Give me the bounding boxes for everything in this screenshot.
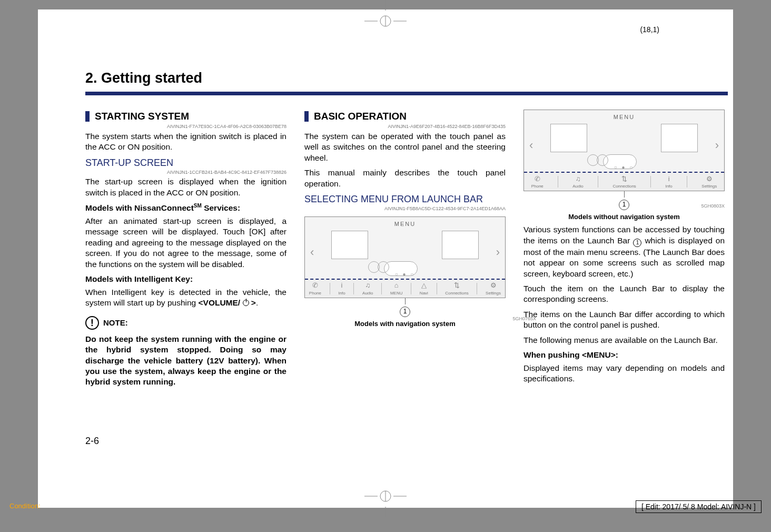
launch-bar-item: ✆Phone	[309, 281, 321, 296]
svg-point-3	[380, 16, 391, 26]
chapter-heading: 2. Getting started	[85, 70, 202, 86]
figure-code: 5GH0803X	[701, 203, 725, 210]
callout-number: 1	[619, 200, 629, 210]
figure-menu-label: MENU	[614, 113, 635, 121]
column-3: MENU ‹ › ○ ● ○ ✆Phone♫Audio⇅Connectionsi…	[523, 110, 725, 389]
column-2: BASIC OPERATION AIVINJN1-A9E6F207-4B16-4…	[304, 110, 506, 389]
power-icon	[243, 300, 249, 306]
section-title: STARTING SYSTEM	[95, 110, 189, 123]
note-label: NOTE:	[103, 318, 128, 328]
figure-nav-menu: MENU ‹ › ○ ● ○ ✆PhoneiInfo♫Audio⌂MENU△Na…	[304, 216, 506, 298]
chapter-rule	[85, 92, 728, 95]
bold-heading: When pushing <MENU>:	[523, 350, 725, 360]
paragraph: The items on the Launch Bar differ accor…	[523, 309, 725, 331]
chevron-left-icon: ‹	[310, 244, 314, 260]
launch-bar-item: iInfo	[665, 174, 672, 190]
footer-edit-info: [ Edit: 2017/ 5/ 8 Model: AIVINJ-N ]	[636, 500, 762, 513]
sub-heading: SELECTING MENU FROM LAUNCH BAR	[304, 193, 506, 206]
ref-code: AIVINJN1-F5B8AC5D-C122-4534-9FC7-2A14ED1…	[304, 206, 506, 212]
launch-bar-item: ♫Audio	[362, 281, 373, 296]
paragraph: When Intelligent key is detected in the …	[85, 287, 286, 309]
figure-menu-label: MENU	[394, 220, 416, 228]
ref-code: AIVINJN1-1CCFB241-BAB4-4C9C-8412-EF467F7…	[85, 170, 286, 176]
launch-bar-item: ⌂MENU	[390, 281, 403, 296]
svg-point-8	[380, 491, 391, 501]
launch-bar-item: △Navi	[420, 281, 428, 296]
document-page: (18,1) 2. Getting started STARTING SYSTE…	[38, 9, 733, 508]
section-accent-bar	[85, 111, 90, 122]
chevron-right-icon: ›	[496, 244, 500, 260]
pager-dots-icon: ○ ● ○	[614, 164, 635, 171]
column-1: STARTING SYSTEM AIVINJN1-F7A7E93C-1CA4-4…	[85, 110, 286, 389]
crop-mark-bottom-icon	[364, 486, 407, 517]
paragraph: The system can be operated with the touc…	[304, 131, 506, 163]
paragraph: The start-up screen is displayed when th…	[85, 176, 286, 198]
section-accent-bar	[304, 111, 309, 122]
launch-bar-item: iInfo	[338, 281, 345, 296]
content-columns: STARTING SYSTEM AIVINJN1-F7A7E93C-1CA4-4…	[85, 110, 726, 389]
section-title: BASIC OPERATION	[314, 110, 407, 123]
pager-dots-icon: ○ ● ○	[395, 271, 416, 278]
chevron-right-icon: ›	[715, 137, 719, 153]
callout-number: 1	[400, 307, 410, 317]
launch-bar-item: ⇅Connections	[445, 281, 468, 296]
launch-bar-item: ⚙Settings	[701, 174, 717, 190]
callout-ref-icon: 1	[633, 239, 641, 247]
paragraph: Various system functions can be accessed…	[523, 224, 725, 279]
note-body: Do not keep the system running with the …	[85, 334, 286, 388]
ref-code: AIVINJN1-F7A7E93C-1CA4-4F06-A2C8-03063B0…	[85, 124, 286, 130]
ref-code: AIVINJN1-A9E6F207-4B16-4522-84EB-16B8F6F…	[304, 124, 506, 130]
footer-condition: Condition:	[9, 502, 41, 510]
model-heading: Models with Intelligent Key:	[85, 274, 286, 284]
page-coordinate: (18,1)	[640, 25, 659, 34]
paragraph: The following menus are available on the…	[523, 335, 725, 346]
launch-bar-item: ✆Phone	[531, 174, 543, 190]
model-heading: Models with NissanConnectSM Services:	[85, 202, 286, 214]
launch-bar-item: ⚙Settings	[486, 281, 501, 296]
launch-bar-item: ⇅Connections	[612, 174, 636, 190]
paragraph: This manual mainly describes the touch p…	[304, 168, 506, 189]
paragraph: After an animated start-up screen is dis…	[85, 216, 286, 270]
figure-caption: Models without navigation system	[523, 212, 725, 221]
figure-caption: Models with navigation system	[304, 319, 506, 328]
paragraph: The system starts when the ignition swit…	[85, 131, 286, 153]
figure-no-nav-menu: MENU ‹ › ○ ● ○ ✆Phone♫Audio⇅Connectionsi…	[523, 110, 725, 191]
chevron-left-icon: ‹	[529, 137, 533, 153]
launch-bar-item: ♫Audio	[572, 174, 583, 190]
note-alert-icon: !	[85, 316, 99, 330]
page-number: 2-6	[85, 436, 99, 447]
paragraph: Displayed items may vary depending on mo…	[523, 363, 725, 385]
paragraph: Touch the item on the Launch Bar to disp…	[523, 283, 725, 305]
crop-mark-top-icon	[364, 0, 407, 32]
sub-heading: START-UP SCREEN	[85, 157, 286, 170]
